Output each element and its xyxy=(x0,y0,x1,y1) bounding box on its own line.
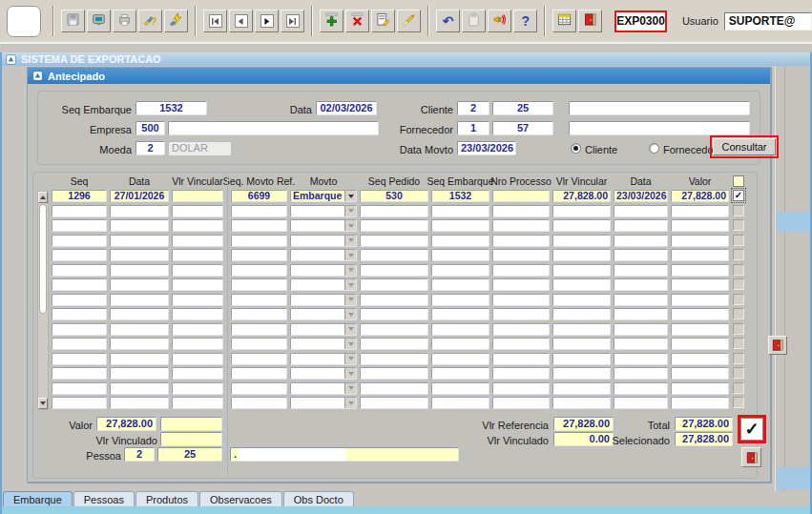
cell-seq-movto-ref[interactable] xyxy=(231,323,287,336)
cell-seq-movto-ref[interactable] xyxy=(231,264,287,277)
cell-seq[interactable] xyxy=(52,278,107,291)
background-exit-button[interactable] xyxy=(768,336,787,355)
cell-data-ref[interactable] xyxy=(614,338,668,350)
cell-seq[interactable] xyxy=(52,205,107,217)
cell-data[interactable] xyxy=(110,323,169,336)
enter-query-button[interactable] xyxy=(371,10,395,32)
cell-data[interactable] xyxy=(110,219,169,232)
cell-valor[interactable] xyxy=(671,382,729,395)
tab-produtos[interactable]: Produtos xyxy=(135,491,198,506)
cell-movto[interactable] xyxy=(290,338,357,350)
cell-vlr-vincular-ref[interactable] xyxy=(552,367,611,380)
cell-seq-embarque[interactable] xyxy=(431,353,489,365)
cell-movto[interactable] xyxy=(290,353,357,365)
cell-data-ref[interactable] xyxy=(614,323,668,336)
print-button[interactable] xyxy=(113,10,136,32)
delete-record-button[interactable] xyxy=(345,10,369,32)
clipboard-button[interactable] xyxy=(462,10,486,32)
cell-data[interactable] xyxy=(110,338,169,350)
cell-seq-pedido[interactable] xyxy=(360,294,428,306)
movto-dropdown-button[interactable] xyxy=(344,324,356,335)
cell-movto[interactable] xyxy=(290,397,357,409)
cell-seq-embarque[interactable] xyxy=(431,278,489,291)
select-all-checkbox[interactable] xyxy=(733,175,744,187)
cell-seq-pedido[interactable] xyxy=(360,278,428,291)
cell-data[interactable] xyxy=(110,264,169,277)
cell-data-ref[interactable] xyxy=(614,205,668,217)
cell-seq-movto-ref[interactable] xyxy=(231,205,287,217)
cell-vlr-vincular[interactable] xyxy=(172,235,223,247)
cell-vlr-vincular-ref[interactable] xyxy=(552,338,611,350)
cell-seq-pedido[interactable] xyxy=(360,235,428,247)
cell-seq[interactable] xyxy=(52,264,107,277)
cell-vlr-vincular-ref[interactable] xyxy=(552,294,611,306)
cell-vlr-vincular-ref[interactable] xyxy=(552,323,611,336)
cell-seq[interactable] xyxy=(52,249,107,261)
cell-data-ref[interactable] xyxy=(614,367,668,380)
cell-seq-embarque[interactable] xyxy=(431,249,489,261)
tab-pessoas[interactable]: Pessoas xyxy=(73,491,135,506)
user-field[interactable]: SUPORTE@ xyxy=(724,12,812,31)
fornecedor-cod-field[interactable]: 1 xyxy=(457,121,489,135)
movto-dropdown-button[interactable] xyxy=(344,236,356,246)
cell-vlr-vincular[interactable] xyxy=(172,294,223,306)
movto-dropdown-button[interactable] xyxy=(344,339,356,349)
empresa-field[interactable]: 500 xyxy=(135,121,165,135)
cell-nro-processo[interactable] xyxy=(492,397,550,409)
cell-data[interactable]: 27/01/2026 xyxy=(110,190,169,202)
cell-data[interactable] xyxy=(110,308,169,320)
dialog-exit-button[interactable] xyxy=(741,447,761,467)
cell-valor[interactable] xyxy=(671,219,729,232)
cliente-cod-field[interactable]: 2 xyxy=(457,101,489,115)
cell-vlr-vincular-ref[interactable] xyxy=(552,278,611,291)
movto-dropdown-button[interactable] xyxy=(344,220,356,231)
clear-record-button[interactable] xyxy=(397,10,421,32)
movto-dropdown-button[interactable] xyxy=(344,250,356,260)
cell-movto[interactable] xyxy=(290,205,357,217)
cell-seq[interactable] xyxy=(52,323,107,336)
cell-nro-processo[interactable] xyxy=(492,235,550,247)
cliente-desc-field[interactable] xyxy=(569,101,750,115)
cell-seq-embarque[interactable] xyxy=(431,338,489,350)
cell-movto[interactable] xyxy=(290,264,357,277)
cell-nro-processo[interactable] xyxy=(492,205,550,217)
cell-valor[interactable] xyxy=(671,308,729,320)
cell-data-ref[interactable] xyxy=(614,308,668,320)
cell-valor[interactable] xyxy=(671,294,729,306)
movto-dropdown-button[interactable] xyxy=(344,279,356,290)
cell-vlr-vincular-ref[interactable] xyxy=(552,382,611,395)
cell-seq[interactable] xyxy=(52,219,107,232)
alert-button[interactable] xyxy=(488,10,511,32)
tab-embarque[interactable]: Embarque xyxy=(3,491,73,506)
movto-dropdown-button[interactable] xyxy=(344,206,356,216)
cell-data-ref[interactable] xyxy=(614,235,668,247)
cell-data[interactable] xyxy=(110,353,169,365)
first-record-button[interactable] xyxy=(203,10,227,32)
empresa-desc-field[interactable] xyxy=(168,121,379,135)
pessoa-desc-field[interactable]: . xyxy=(230,447,459,462)
cell-seq-movto-ref[interactable]: 6699 xyxy=(231,190,287,202)
cell-seq-movto-ref[interactable] xyxy=(231,338,287,350)
cell-data-ref[interactable] xyxy=(614,397,668,409)
last-record-button[interactable] xyxy=(281,10,304,32)
cell-valor[interactable] xyxy=(671,367,729,380)
cell-valor[interactable] xyxy=(671,249,729,261)
cell-vlr-vincular[interactable] xyxy=(172,397,223,409)
cell-nro-processo[interactable] xyxy=(492,338,550,350)
cell-data[interactable] xyxy=(110,235,169,247)
movto-dropdown-button[interactable] xyxy=(344,354,356,364)
cell-valor[interactable] xyxy=(671,278,729,291)
cell-seq-embarque[interactable]: 1532 xyxy=(431,190,489,202)
cell-valor[interactable] xyxy=(671,264,729,277)
cell-seq-embarque[interactable] xyxy=(431,235,489,247)
cell-movto[interactable] xyxy=(290,235,357,247)
cell-data-ref[interactable] xyxy=(614,353,668,365)
cell-vlr-vincular[interactable] xyxy=(172,264,223,277)
next-record-button[interactable] xyxy=(255,10,279,32)
cell-data[interactable] xyxy=(110,367,169,380)
insert-record-button[interactable] xyxy=(320,10,344,32)
cell-movto[interactable] xyxy=(290,323,357,336)
cell-movto[interactable] xyxy=(290,249,357,261)
movto-dropdown-button[interactable] xyxy=(344,191,356,201)
cell-data-ref[interactable] xyxy=(614,264,668,277)
